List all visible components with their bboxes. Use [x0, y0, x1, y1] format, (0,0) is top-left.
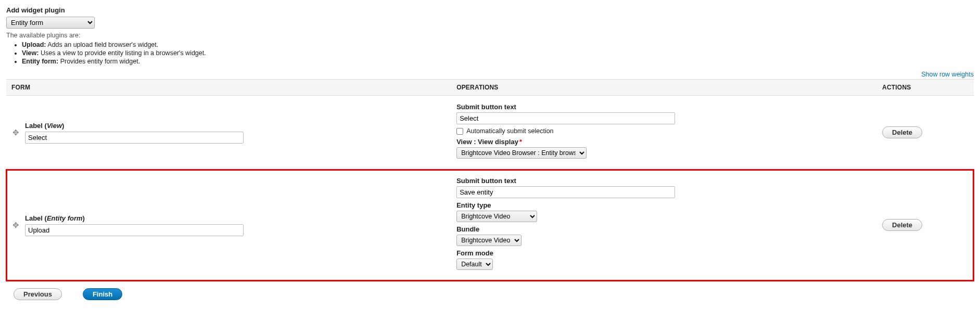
- row2-form-mode-select[interactable]: Default: [456, 259, 493, 270]
- row2-delete-button[interactable]: Delete: [882, 219, 922, 231]
- row1-delete-button[interactable]: Delete: [882, 126, 922, 138]
- col-form-header: FORM: [6, 80, 451, 96]
- row2-form-mode-label: Form mode: [456, 249, 872, 257]
- col-operations-header: OPERATIONS: [451, 80, 877, 96]
- row2-entity-type-label: Entity type: [456, 201, 872, 209]
- col-actions-header: ACTIONS: [877, 80, 974, 96]
- plugin-list: Upload: Adds an upload field browser's w…: [22, 41, 974, 65]
- drag-handle-icon[interactable]: ✥: [11, 128, 20, 137]
- row2-label-input[interactable]: [25, 224, 244, 236]
- available-plugins-text: The available plugins are:: [6, 32, 974, 39]
- row1-auto-submit-label: Automatically submit selection: [466, 127, 553, 135]
- row2-label-heading: Label (Entity form): [25, 214, 446, 222]
- row2-bundle-label: Bundle: [456, 225, 872, 233]
- row1-submit-btn-text-label: Submit button text: [456, 103, 872, 111]
- show-row-weights-link[interactable]: Show row weights: [921, 71, 974, 78]
- row2-submit-btn-text-input[interactable]: [456, 186, 675, 198]
- footer-actions: Previous Finish: [6, 288, 974, 300]
- table-row: ✥ Label (View) Submit button text: [6, 96, 974, 170]
- row1-label-heading: Label (View): [25, 122, 446, 130]
- previous-button[interactable]: Previous: [14, 288, 62, 300]
- row2-bundle-select[interactable]: Brightcove Video: [456, 235, 521, 246]
- row1-view-display-label: View : View display*: [456, 138, 872, 146]
- list-item: Upload: Adds an upload field browser's w…: [22, 41, 974, 48]
- list-item: Entity form: Provides entity form widget…: [22, 58, 974, 65]
- list-item: View: Uses a view to provide entity list…: [22, 49, 974, 57]
- drag-handle-icon[interactable]: ✥: [11, 221, 20, 230]
- add-widget-plugin-select[interactable]: Entity form: [6, 17, 95, 29]
- widgets-table: FORM OPERATIONS ACTIONS ✥ Label (View): [6, 79, 974, 281]
- row2-entity-type-select[interactable]: Brightcove Video: [456, 211, 537, 222]
- finish-button[interactable]: Finish: [83, 288, 122, 300]
- row1-auto-submit-checkbox[interactable]: [456, 128, 463, 135]
- row2-submit-btn-text-label: Submit button text: [456, 177, 872, 185]
- row1-view-display-select[interactable]: Brightcove Video Browser : Entity browse…: [456, 147, 587, 159]
- row1-label-input[interactable]: [25, 132, 244, 144]
- row1-submit-btn-text-input[interactable]: [456, 112, 675, 124]
- add-widget-plugin-label: Add widget plugin: [6, 6, 974, 14]
- table-row: ✥ Label (Entity form) Submit button text: [6, 170, 974, 281]
